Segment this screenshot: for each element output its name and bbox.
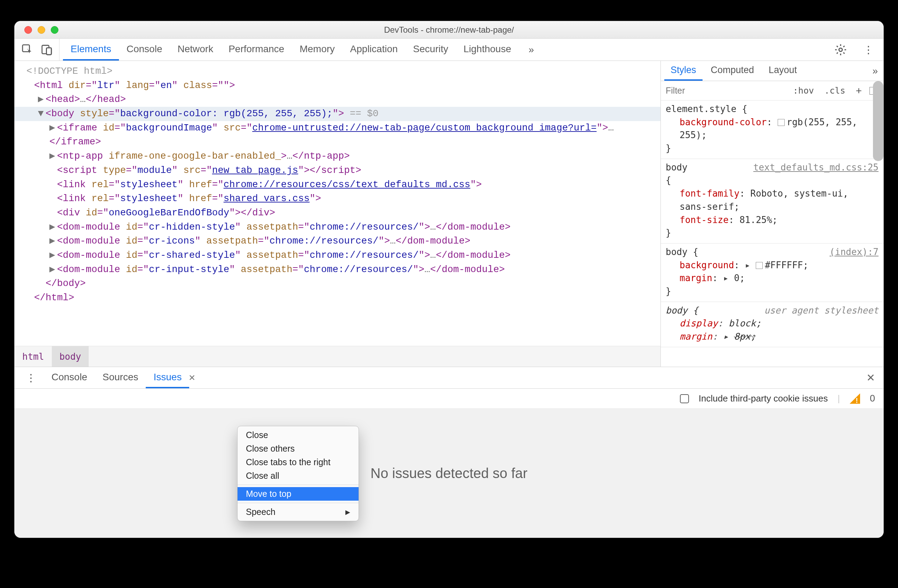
styles-tab-layout[interactable]: Layout	[763, 61, 803, 81]
main-tab-strip: ElementsConsoleNetworkPerformanceMemoryA…	[15, 38, 883, 61]
tab-console[interactable]: Console	[119, 38, 170, 60]
menu-item-close-all[interactable]: Close all	[238, 469, 358, 483]
drawer-tab-console[interactable]: Console	[44, 367, 95, 388]
window-title: DevTools - chrome://new-tab-page/	[15, 25, 883, 35]
scrollbar[interactable]	[873, 81, 883, 161]
device-toggle-icon[interactable]	[41, 44, 53, 56]
style-rules[interactable]: element.style {background-color: rgb(255…	[661, 100, 883, 367]
tab-memory[interactable]: Memory	[292, 38, 342, 60]
cls-toggle[interactable]: .cls	[821, 86, 848, 96]
styles-tab-styles[interactable]: Styles	[664, 61, 703, 81]
dom-tree[interactable]: <!DOCTYPE html><html dir="ltr" lang="en"…	[15, 61, 660, 346]
warning-icon	[850, 394, 860, 404]
styles-tab-computed[interactable]: Computed	[704, 61, 761, 81]
drawer-tab-strip: ⋮ ConsoleSourcesIssues✕ ✕	[15, 367, 883, 389]
styles-filter-input[interactable]	[665, 85, 710, 96]
third-party-checkbox[interactable]	[680, 394, 689, 403]
styles-toolbar: :hov .cls +	[661, 81, 883, 100]
main-tabs: ElementsConsoleNetworkPerformanceMemoryA…	[63, 38, 519, 60]
menu-item-move-to-top[interactable]: Move to top	[238, 487, 358, 501]
drawer: ⋮ ConsoleSourcesIssues✕ ✕ Include third-…	[15, 367, 883, 537]
drawer-close-icon[interactable]: ✕	[863, 372, 878, 384]
issue-count: 0	[870, 393, 875, 404]
menu-item-close[interactable]: Close	[238, 428, 358, 442]
menu-item-speech[interactable]: Speech▶	[238, 505, 358, 519]
tab-application[interactable]: Application	[343, 38, 406, 60]
context-menu: CloseClose othersClose tabs to the right…	[237, 426, 359, 521]
settings-icon[interactable]	[828, 43, 853, 56]
tab-performance[interactable]: Performance	[221, 38, 292, 60]
tab-elements[interactable]: Elements	[63, 38, 119, 60]
titlebar: DevTools - chrome://new-tab-page/	[15, 21, 883, 38]
svg-rect-2	[47, 48, 51, 55]
drawer-more-icon[interactable]: ⋮	[20, 372, 44, 384]
style-rule[interactable]: element.style {background-color: rgb(255…	[661, 100, 883, 159]
menu-item-close-others[interactable]: Close others	[238, 442, 358, 456]
elements-panel: <!DOCTYPE html><html dir="ltr" lang="en"…	[15, 61, 661, 367]
issues-toolbar: Include third-party cookie issues | 0	[15, 389, 883, 409]
styles-panel: StylesComputedLayout » :hov .cls + eleme…	[661, 61, 883, 367]
crumb-html[interactable]: html	[15, 346, 52, 367]
style-rule[interactable]: bodytext_defaults_md.css:25{font-family:…	[661, 159, 883, 243]
drawer-tab-sources[interactable]: Sources	[95, 367, 146, 388]
styles-overflow-icon[interactable]: »	[870, 65, 880, 77]
more-icon[interactable]: ⋮	[857, 43, 880, 56]
svg-point-4	[839, 48, 843, 51]
style-rule[interactable]: body {user agent stylesheetdisplay: bloc…	[661, 302, 883, 347]
drawer-tab-close-icon[interactable]: ✕	[186, 373, 198, 383]
issues-empty-text: No issues detected so far	[371, 465, 527, 481]
hov-toggle[interactable]: :hov	[790, 86, 817, 96]
submenu-arrow-icon: ▶	[345, 508, 350, 516]
tab-security[interactable]: Security	[406, 38, 456, 60]
drawer-content: No issues detected so far	[15, 409, 883, 537]
crumb-body[interactable]: body	[52, 346, 89, 367]
tabs-overflow-icon[interactable]: »	[522, 44, 540, 55]
tab-lighthouse[interactable]: Lighthouse	[456, 38, 519, 60]
new-rule-button[interactable]: +	[853, 85, 865, 97]
inspect-icon[interactable]	[22, 44, 33, 56]
breadcrumb: htmlbody	[15, 346, 660, 367]
styles-tabs: StylesComputedLayout »	[661, 61, 883, 81]
drawer-tab-issues[interactable]: Issues	[146, 367, 189, 388]
style-rule[interactable]: body {(index):7background: ▸ #FFFFFF;mar…	[661, 243, 883, 302]
menu-item-close-tabs-to-the-right[interactable]: Close tabs to the right	[238, 456, 358, 469]
main-area: <!DOCTYPE html><html dir="ltr" lang="en"…	[15, 61, 883, 367]
third-party-label: Include third-party cookie issues	[699, 393, 828, 404]
tab-network[interactable]: Network	[170, 38, 221, 60]
devtools-window: DevTools - chrome://new-tab-page/ Elemen…	[14, 21, 884, 538]
